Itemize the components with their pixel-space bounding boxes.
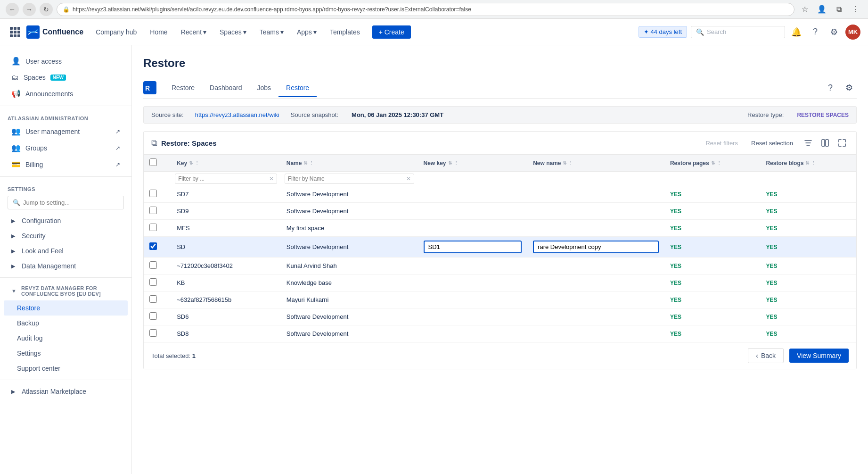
row-checkbox[interactable]	[149, 295, 157, 303]
tab-dashboard[interactable]: Dashboard	[202, 79, 250, 97]
nav-spaces[interactable]: Spaces ▾	[215, 25, 251, 39]
filter-icon[interactable]: ⋮	[717, 160, 721, 166]
columns-icon-btn[interactable]	[819, 136, 832, 150]
sidebar-item-data-management[interactable]: ▶ Data Management	[4, 258, 128, 274]
sort-icon[interactable]: ⇅	[303, 160, 307, 166]
filter-name-input[interactable]	[288, 175, 404, 182]
sidebar-item-announcements[interactable]: 📢 Announcements	[4, 85, 128, 102]
nav-apps[interactable]: Apps ▾	[292, 25, 321, 39]
nav-recent[interactable]: Recent ▾	[176, 25, 211, 39]
fullscreen-icon	[838, 139, 846, 147]
filter-key-clear[interactable]: ✕	[269, 175, 274, 182]
sidebar-item-backup[interactable]: Backup	[4, 316, 128, 331]
row-checkbox-cell	[144, 258, 171, 274]
filter-name-clear[interactable]: ✕	[406, 175, 411, 182]
sort-icon[interactable]: ⇅	[448, 160, 452, 166]
view-summary-button[interactable]: View Summary	[789, 349, 849, 363]
settings-search-input[interactable]	[23, 199, 119, 206]
sidebar-item-support-center[interactable]: Support center	[4, 361, 128, 376]
sidebar-item-billing[interactable]: 💳 Billing ↗	[4, 156, 128, 173]
avatar[interactable]: MK	[845, 25, 860, 40]
row-new-key[interactable]	[418, 237, 528, 258]
apps-grid-button[interactable]	[8, 25, 23, 40]
forward-button[interactable]: →	[23, 3, 36, 16]
sidebar-item-configuration[interactable]: ▶ Configuration	[4, 213, 128, 228]
filter-key-input[interactable]	[178, 175, 267, 182]
filter-newkey-col	[418, 172, 528, 186]
filter-icon[interactable]: ⋮	[309, 160, 314, 166]
row-checkbox[interactable]	[149, 329, 157, 337]
fullscreen-icon-btn[interactable]	[835, 136, 849, 150]
menu-icon[interactable]: ⋮	[849, 3, 862, 16]
search-bar[interactable]: 🔍 Search	[691, 26, 785, 38]
grid-icon	[9, 26, 21, 38]
create-button[interactable]: + Create	[372, 25, 411, 39]
url-bar[interactable]: 🔒 https://revyz3.atlassian.net/wiki/plug…	[57, 3, 794, 16]
help-icon[interactable]: ?	[808, 25, 823, 40]
row-new-name[interactable]	[527, 237, 664, 258]
sidebar-item-plugin-section[interactable]: ▼ Revyz Data Manager for Confluence BYOS…	[4, 282, 128, 300]
spaces-table: Key ⇅ ⋮ Name ⇅ ⋮	[144, 155, 856, 342]
new-key-input[interactable]	[424, 241, 522, 253]
tab-restore-nav[interactable]: Restore	[164, 79, 202, 97]
page-title: Restore	[143, 57, 857, 70]
extensions-icon[interactable]: ⧉	[832, 3, 845, 16]
sidebar-item-user-management[interactable]: 👥 User management ↗	[4, 123, 128, 140]
source-site-url[interactable]: https://revyz3.atlassian.net/wiki	[195, 111, 279, 118]
select-all-checkbox[interactable]	[149, 158, 157, 166]
row-checkbox-cell	[144, 203, 171, 220]
nav-home[interactable]: Home	[145, 25, 172, 39]
sort-icon[interactable]: ⇅	[805, 160, 809, 166]
svg-text:R: R	[145, 84, 150, 92]
help-icon-btn[interactable]: ?	[823, 80, 838, 95]
nav-company-hub[interactable]: Company hub	[91, 25, 141, 39]
new-name-input[interactable]	[533, 241, 659, 253]
settings-search[interactable]: 🔍	[8, 196, 124, 209]
table-card-header: ⧉ Restore: Spaces Reset filters Reset se…	[144, 132, 856, 155]
sort-icon[interactable]: ⇅	[711, 160, 715, 166]
profile-icon[interactable]: 👤	[815, 3, 828, 16]
row-checkbox[interactable]	[149, 261, 157, 269]
bookmark-icon[interactable]: ☆	[798, 3, 811, 16]
sidebar-item-spaces[interactable]: 🗂 Spaces NEW	[4, 69, 128, 85]
settings-icon-btn[interactable]: ⚙	[842, 80, 857, 95]
settings-icon[interactable]: ⚙	[827, 25, 842, 40]
tab-jobs[interactable]: Jobs	[250, 79, 279, 97]
row-checkbox[interactable]	[149, 224, 157, 231]
row-checkbox[interactable]	[149, 278, 157, 286]
sidebar-item-marketplace[interactable]: ▶ Atlassian Marketplace	[4, 384, 128, 399]
back-button[interactable]: ‹ Back	[748, 348, 784, 363]
sidebar-item-user-access[interactable]: 👤 User access	[4, 53, 128, 69]
sidebar-item-label: Spaces	[24, 74, 46, 81]
row-checkbox[interactable]	[149, 207, 157, 214]
sidebar-item-restore[interactable]: Restore	[4, 300, 128, 316]
sidebar-item-audit-log[interactable]: Audit log	[4, 331, 128, 346]
sidebar-item-look-feel[interactable]: ▶ Look and Feel	[4, 243, 128, 258]
reset-filters-button[interactable]: Reset filters	[701, 138, 743, 149]
filter-icon[interactable]: ⋮	[195, 160, 199, 166]
reset-selection-button[interactable]: Reset selection	[746, 138, 798, 149]
filter-icon[interactable]: ⋮	[811, 160, 816, 166]
back-button[interactable]: ←	[6, 3, 19, 16]
sort-icon[interactable]: ⇅	[189, 160, 193, 166]
refresh-button[interactable]: ↻	[40, 3, 53, 16]
confluence-logo[interactable]: Confluence	[26, 25, 83, 39]
filter-icon[interactable]: ⋮	[454, 160, 459, 166]
notifications-icon[interactable]: 🔔	[789, 25, 804, 40]
sidebar-item-groups[interactable]: 👥 Groups ↗	[4, 140, 128, 156]
nav-templates[interactable]: Templates	[325, 25, 365, 39]
tab-restore-active[interactable]: Restore	[278, 79, 317, 97]
filter-icon-btn[interactable]	[802, 136, 815, 150]
user-mgmt-icon: 👥	[11, 127, 21, 136]
sort-icon[interactable]: ⇅	[563, 160, 566, 166]
sidebar-item-security[interactable]: ▶ Security	[4, 228, 128, 243]
row-checkbox[interactable]	[149, 312, 157, 320]
filter-checkbox-col	[144, 172, 171, 186]
row-checkbox[interactable]	[149, 190, 157, 197]
nav-teams[interactable]: Teams ▾	[255, 25, 288, 39]
sidebar-item-settings[interactable]: Settings	[4, 346, 128, 361]
row-restore-blogs: YES	[760, 186, 856, 203]
row-checkbox[interactable]	[149, 242, 157, 250]
filter-icon[interactable]: ⋮	[568, 160, 573, 166]
restore-type-label: Restore type:	[747, 111, 784, 118]
